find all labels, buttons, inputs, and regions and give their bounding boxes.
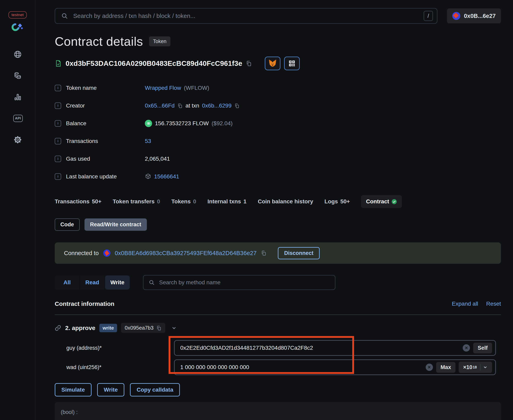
stats-icon[interactable] (13, 93, 22, 101)
field-row-wad: wad (uint256)* ✕ Max ×1018 (55, 360, 501, 375)
creator-address-link[interactable]: 0x65...66Fd (145, 103, 175, 109)
self-button[interactable]: Self (473, 343, 492, 353)
balance-amount: 156.73532723 FLOW (155, 120, 209, 127)
method-selector-badge: 0x095ea7b3 (121, 323, 165, 333)
divider (480, 364, 480, 371)
token-name-link[interactable]: Wrapped Flow (145, 85, 181, 91)
method-name[interactable]: 2. approve (65, 325, 95, 331)
info-icon: i (55, 173, 61, 180)
connected-address-link[interactable]: 0x0B8EA6d6983cCBa39275493FEf648a2D64B36e… (115, 250, 257, 256)
tab-label: Coin balance history (258, 198, 313, 205)
tab-tokens[interactable]: Tokens 0 (171, 198, 196, 205)
write-badge: write (99, 324, 117, 332)
tab-internal-txns[interactable]: Internal txns 1 (207, 198, 246, 205)
chevron-down-icon (483, 365, 488, 370)
filter-read[interactable]: Read (80, 275, 105, 290)
section-title: Contract information (55, 300, 114, 307)
tab-coin-balance-history[interactable]: Coin balance history (258, 198, 313, 205)
write-button[interactable]: Write (97, 383, 125, 397)
tab-count: 1 (243, 198, 247, 205)
verified-contract-icon (55, 60, 62, 67)
connected-avatar (103, 249, 110, 257)
chevron-down-icon[interactable] (171, 325, 177, 331)
copy-calldata-button[interactable]: Copy calldata (130, 383, 180, 397)
contract-address: 0xd3bF53DAC106A0290B0483EcBC89d40FcC961f… (66, 60, 242, 68)
method-actions: Simulate Write Copy calldata (55, 383, 501, 397)
row-label: Balance (66, 120, 145, 127)
clear-input-icon[interactable]: ✕ (463, 344, 470, 352)
wad-uint256-input[interactable] (180, 364, 423, 371)
read-write-contract-tab-button[interactable]: Read/Write contract (85, 218, 147, 231)
info-row-creator: i Creator 0x65...66Fd at txn 0x6b...6299 (55, 97, 501, 115)
field-label: wad (uint256)* (66, 364, 174, 370)
creation-txn-link[interactable]: 0x6b...6299 (202, 103, 231, 109)
block-number-link[interactable]: 15666641 (154, 173, 179, 180)
tokens-icon[interactable] (13, 71, 22, 80)
field-label: guy (address)* (66, 345, 174, 351)
reset-link[interactable]: Reset (486, 300, 501, 307)
code-tab-button[interactable]: Code (55, 218, 80, 231)
slash-shortcut-key: / (424, 11, 433, 21)
method-fields: guy (address)* ✕ Self wad (uint256)* ✕ M… (55, 340, 501, 375)
verified-check-icon (391, 199, 397, 204)
copy-connected-address-icon[interactable] (261, 250, 267, 256)
multiplier-dropdown[interactable]: ×1018 (459, 362, 492, 373)
copy-txn-icon[interactable] (234, 103, 240, 108)
search-input[interactable] (73, 12, 419, 20)
transactions-count-link[interactable]: 53 (145, 138, 151, 144)
section-head: Contract information Expand all Reset (55, 300, 501, 307)
main-content: / 0x0B...6e27 Contract details Token 0xd… (35, 0, 513, 420)
page-title: Contract details (55, 34, 143, 49)
app-logo-icon[interactable] (11, 23, 24, 31)
filter-all[interactable]: All (55, 275, 80, 290)
link-anchor-icon[interactable] (55, 325, 61, 331)
expand-all-link[interactable]: Expand all (452, 300, 478, 307)
connected-banner: Connected to 0x0B8EA6d6983cCBa39275493FE… (55, 242, 501, 264)
guy-address-input-wrap: ✕ Self (174, 340, 496, 356)
block-cube-icon (145, 173, 151, 180)
copy-selector-icon[interactable] (156, 325, 161, 330)
copy-address-icon[interactable] (246, 60, 252, 67)
sidebar: testnet (0, 0, 35, 420)
simulate-button[interactable]: Simulate (55, 383, 92, 397)
method-selector: 0x095ea7b3 (125, 325, 154, 331)
global-search[interactable]: / (55, 8, 437, 24)
info-row-last-balance-update: i Last balance update 15666641 (55, 168, 501, 185)
tab-contract[interactable]: Contract (361, 195, 402, 208)
method-type-segmented-control: All Read Write (55, 275, 130, 290)
tab-logs[interactable]: Logs 50+ (324, 198, 350, 205)
row-label: Creator (66, 103, 145, 109)
tab-count: 0 (157, 198, 160, 205)
method-search[interactable] (143, 275, 335, 290)
settings-gear-icon[interactable] (13, 135, 22, 144)
tab-transactions[interactable]: Transactions 50+ (55, 198, 101, 205)
row-label: Token name (66, 85, 145, 91)
filter-write[interactable]: Write (105, 275, 130, 290)
qr-code-button[interactable] (284, 57, 300, 70)
copy-creator-icon[interactable] (177, 103, 183, 108)
guy-address-input[interactable] (180, 345, 460, 351)
tab-count: 50+ (92, 198, 102, 205)
flow-token-icon (145, 120, 152, 127)
tab-label: Internal txns (207, 198, 241, 205)
multiplier-exponent: 18 (473, 365, 477, 369)
tab-token-transfers[interactable]: Token transfers 0 (113, 198, 160, 205)
row-label: Last balance update (66, 173, 145, 180)
globe-icon[interactable] (13, 50, 22, 59)
gas-used-value: 2,065,041 (145, 156, 170, 162)
clear-input-icon[interactable]: ✕ (426, 364, 433, 371)
max-button[interactable]: Max (436, 362, 456, 373)
add-to-metamask-button[interactable] (265, 57, 280, 70)
api-icon[interactable]: API (13, 114, 22, 123)
balance-usd: ($92.04) (212, 120, 233, 127)
topbar: / 0x0B...6e27 (55, 8, 501, 24)
info-row-gas-used: i Gas used 2,065,041 (55, 150, 501, 168)
info-icon: i (55, 120, 61, 127)
title-row: Contract details Token (55, 34, 501, 49)
info-icon: i (55, 103, 61, 109)
wallet-button[interactable]: 0x0B...6e27 (447, 8, 501, 23)
method-search-input[interactable] (159, 279, 330, 286)
info-icon: i (55, 138, 61, 144)
disconnect-button[interactable]: Disconnect (278, 247, 320, 259)
contract-info-list: i Token name Wrapped Flow (WFLOW) i Crea… (55, 79, 501, 185)
